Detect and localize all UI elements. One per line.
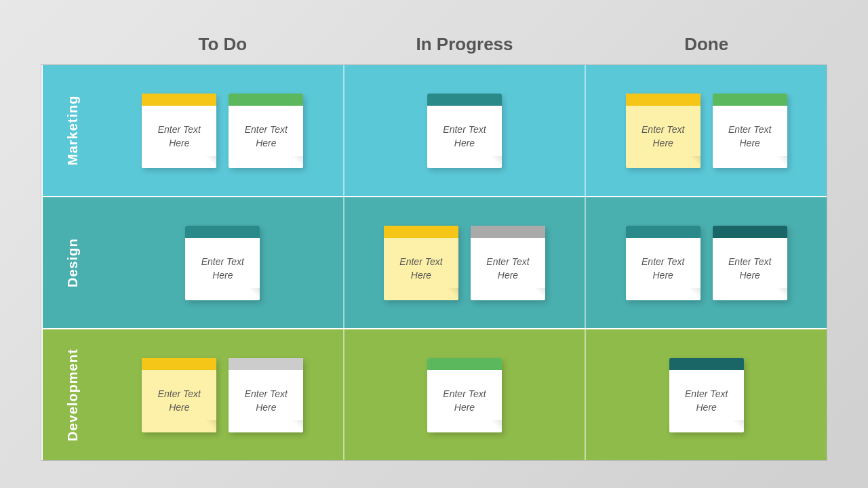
note-text[interactable]: Enter Text Here [713, 106, 787, 168]
cell-design-todo: Enter Text Here [102, 197, 344, 328]
note-text[interactable]: Enter Text Here [142, 370, 216, 432]
note[interactable]: Enter Text Here [142, 94, 216, 168]
note-text[interactable]: Enter Text Here [713, 238, 787, 300]
cell-design-inprogress: Enter Text Here Enter Text Here [344, 197, 587, 328]
row-label-development: Development [41, 329, 102, 460]
note[interactable]: Enter Text Here [427, 358, 502, 432]
note-text[interactable]: Enter Text Here [626, 238, 701, 300]
note-text[interactable]: Enter Text Here [427, 106, 502, 168]
note-tab [185, 226, 260, 238]
note[interactable]: Enter Text Here [669, 358, 744, 432]
row-design: Design Enter Text Here Enter Text Here E… [41, 197, 827, 329]
col-header-todo: To Do [102, 27, 344, 64]
board: Marketing Enter Text Here Enter Text Her… [41, 64, 827, 461]
col-header-done: Done [585, 27, 827, 64]
note[interactable]: Enter Text Here [185, 226, 260, 300]
note[interactable]: Enter Text Here [384, 226, 458, 300]
row-marketing: Marketing Enter Text Here Enter Text Her… [41, 65, 827, 197]
note-text[interactable]: Enter Text Here [185, 238, 260, 300]
note-tab [384, 226, 458, 238]
note-text[interactable]: Enter Text Here [626, 106, 701, 168]
note-tab [713, 94, 787, 106]
cell-marketing-done: Enter Text Here Enter Text Here [586, 65, 827, 196]
column-headers: To Do In Progress Done [102, 27, 827, 64]
row-label-design: Design [41, 197, 102, 328]
note-tab [713, 226, 787, 238]
note-tab [229, 358, 303, 370]
note[interactable]: Enter Text Here [142, 358, 216, 432]
note[interactable]: Enter Text Here [626, 226, 701, 300]
note-tab [142, 94, 216, 106]
note-text[interactable]: Enter Text Here [142, 106, 216, 168]
note[interactable]: Enter Text Here [229, 94, 303, 168]
cell-development-done: Enter Text Here [586, 329, 827, 460]
note[interactable]: Enter Text Here [427, 94, 502, 168]
note[interactable]: Enter Text Here [229, 358, 303, 432]
note-tab [626, 94, 701, 106]
note-text[interactable]: Enter Text Here [229, 370, 303, 432]
cell-development-todo: Enter Text Here Enter Text Here [102, 329, 344, 460]
note-tab [229, 94, 303, 106]
note-tab [427, 358, 502, 370]
cell-development-inprogress: Enter Text Here [344, 329, 587, 460]
cell-marketing-inprogress: Enter Text Here [344, 65, 587, 196]
note-text[interactable]: Enter Text Here [229, 106, 303, 168]
note-tab [669, 358, 744, 370]
note-text[interactable]: Enter Text Here [384, 238, 458, 300]
note[interactable]: Enter Text Here [626, 94, 701, 168]
note-tab [471, 226, 545, 238]
note-tab [142, 358, 216, 370]
note[interactable]: Enter Text Here [713, 94, 787, 168]
note-tab [626, 226, 701, 238]
note[interactable]: Enter Text Here [713, 226, 787, 300]
note-tab [427, 94, 502, 106]
note-text[interactable]: Enter Text Here [427, 370, 502, 432]
cell-marketing-todo: Enter Text Here Enter Text Here [102, 65, 344, 196]
cell-design-done: Enter Text Here Enter Text Here [586, 197, 827, 328]
note-text[interactable]: Enter Text Here [669, 370, 744, 432]
note[interactable]: Enter Text Here [471, 226, 545, 300]
row-label-marketing: Marketing [41, 65, 102, 196]
col-header-inprogress: In Progress [344, 27, 586, 64]
row-development: Development Enter Text Here Enter Text H… [41, 329, 827, 460]
note-text[interactable]: Enter Text Here [471, 238, 545, 300]
kanban-board: To Do In Progress Done Marketing Enter T… [41, 27, 827, 461]
